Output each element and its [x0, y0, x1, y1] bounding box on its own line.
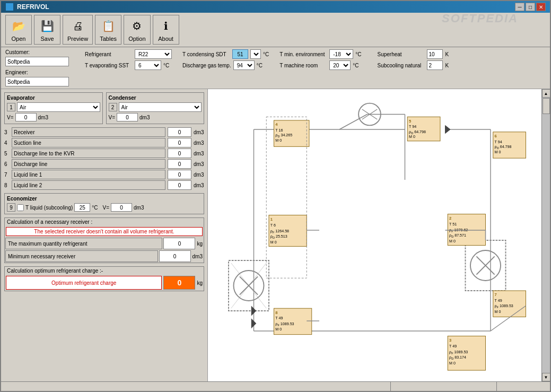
max-receiver-unit: kg [196, 241, 204, 247]
discharge-unit: °C [257, 63, 263, 68]
svg-text:M       0: M 0 [449, 239, 456, 243]
optimum-label: Optimum refrigerant charge [6, 276, 162, 290]
evap-v-unit: dm3 [38, 115, 48, 120]
t-machine-select[interactable]: 20 [329, 60, 351, 70]
line-value-input[interactable] [168, 170, 191, 179]
line-unit: dm3 [194, 172, 204, 178]
evaporator-type-select[interactable]: Air [17, 102, 100, 112]
min-receiver-unit: dm3 [191, 254, 204, 259]
optimum-value: 0 [163, 276, 195, 290]
main-content: Evaporator 1 Air V= dm3 Condenser [1, 89, 550, 381]
line-label: Discharge line [12, 159, 165, 169]
evap-v-input[interactable] [15, 113, 37, 121]
t-evap-select[interactable]: 6 [135, 60, 161, 70]
evaporator-num: 1 [7, 103, 15, 111]
superheat-section: Superheat K Subcooling natural K [377, 49, 449, 70]
subcooling-row: Subcooling natural K [377, 60, 449, 70]
status-right [497, 382, 550, 391]
t-min-env-select[interactable]: -18 [329, 49, 353, 59]
discharge-label: Discharge gas temp. [182, 63, 231, 68]
svg-text:M      0: M 0 [275, 138, 282, 143]
save-button[interactable]: 💾 Save [34, 15, 60, 45]
t-cond-input[interactable] [232, 49, 248, 59]
svg-text:T      49: T 49 [275, 316, 283, 320]
line-value-input[interactable] [168, 127, 191, 137]
scrollbar-thumb[interactable] [543, 98, 550, 114]
eco-num: 9 [7, 203, 15, 212]
minimize-button[interactable]: ─ [515, 3, 524, 11]
line-value-input[interactable] [168, 138, 191, 147]
window-title: REFRIVOL [17, 3, 49, 11]
min-receiver-input[interactable] [159, 250, 191, 262]
t-cond-select[interactable] [250, 49, 261, 59]
scroll-up-button[interactable]: ▲ [542, 89, 550, 98]
eco-checkbox[interactable] [17, 204, 24, 211]
about-button[interactable]: ℹ About [153, 15, 179, 45]
refrigerant-label: Refrigerant [85, 51, 133, 57]
refrigerant-select[interactable]: R22 [135, 49, 172, 59]
economizer-section: Economizer 9 T liquid (subcooling) °C V=… [4, 193, 204, 214]
condenser-num: 2 [109, 103, 117, 111]
eco-t-label: T liquid (subcooling) [25, 205, 73, 211]
engineer-label: Engineer: [5, 69, 69, 75]
line-value-input[interactable] [168, 149, 191, 158]
svg-text:M      0: M 0 [409, 135, 415, 139]
condenser-box: Condenser 2 Air V= dm3 [106, 92, 205, 124]
customer-input[interactable] [5, 57, 69, 66]
condenser-type-select[interactable]: Air [119, 102, 202, 112]
min-receiver-row: Minimum necessary receiver dm3 [5, 250, 204, 263]
open-label: Open [12, 36, 26, 42]
engineer-input[interactable] [5, 77, 69, 86]
line-row: 8 Liquid line 2 dm3 [4, 180, 204, 190]
line-num: 6 [4, 161, 10, 167]
evaporator-volume-row: V= dm3 [7, 113, 100, 121]
maximize-button[interactable]: □ [526, 3, 535, 11]
left-panel: Evaporator 1 Air V= dm3 Condenser [1, 89, 208, 381]
t-evap-unit: °C [163, 63, 169, 68]
max-receiver-input[interactable] [163, 238, 195, 249]
line-unit: dm3 [194, 151, 204, 156]
option-button[interactable]: ⚙ Option [124, 15, 150, 45]
cond-v-label: V= [109, 115, 116, 120]
preview-icon: 🖨 [69, 18, 86, 34]
close-button[interactable]: ✕ [536, 3, 546, 11]
evap-v-label: V= [7, 115, 14, 120]
evaporator-title: Evaporator [7, 95, 100, 101]
optimum-unit: kg [197, 280, 203, 286]
option-icon: ⚙ [128, 18, 145, 34]
about-icon: ℹ [158, 18, 174, 34]
preview-button[interactable]: 🖨 Preview [63, 15, 93, 45]
eco-t-input[interactable] [74, 203, 90, 212]
eco-t-unit: °C [92, 205, 98, 211]
line-label: Receiver [12, 127, 165, 137]
cond-v-unit: dm3 [139, 115, 150, 120]
main-window: SOFTPEDIA REFRIVOL ─ □ ✕ 📂 Open 💾 Save 🖨… [0, 0, 551, 392]
subcooling-input[interactable] [427, 60, 443, 70]
customer-section: Customer: Engineer: [5, 49, 69, 86]
svg-text:7: 7 [495, 292, 497, 297]
svg-text:8: 8 [275, 310, 277, 315]
receiver-warning: The selected receiver doesn't contain al… [6, 227, 203, 236]
line-unit: dm3 [194, 140, 204, 146]
line-value-input[interactable] [168, 159, 191, 169]
superheat-input[interactable] [427, 49, 443, 59]
eco-v-unit: dm3 [134, 205, 144, 211]
scroll-down-button[interactable]: ▼ [542, 373, 550, 381]
tables-button[interactable]: 📋 Tables [95, 15, 121, 45]
t-min-env-unit: °C [355, 51, 361, 57]
refrigerant-row: Refrigerant R22 [85, 49, 172, 59]
cond-v-input[interactable] [117, 113, 138, 121]
status-mid [391, 382, 497, 391]
preview-label: Preview [67, 36, 88, 42]
condenser-title: Condenser [109, 95, 202, 101]
line-value-input[interactable] [168, 180, 191, 190]
superheat-label: Superheat [377, 51, 425, 57]
line-label: Liquid line 1 [12, 170, 165, 179]
open-button[interactable]: 📂 Open [5, 15, 32, 45]
discharge-select[interactable]: 94 [233, 60, 255, 70]
eco-v-input[interactable] [111, 203, 132, 212]
scrollbar-track [542, 98, 550, 373]
environment-section: T min. environment -18 °C T machine room… [279, 49, 361, 70]
t-machine-unit: °C [353, 63, 358, 68]
svg-text:3: 3 [449, 338, 451, 343]
